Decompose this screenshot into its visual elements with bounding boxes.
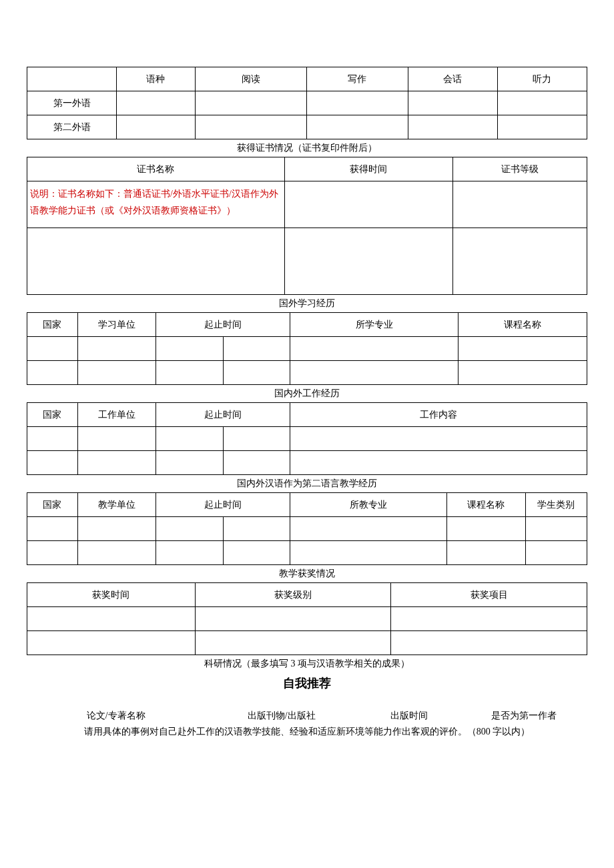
table-row — [27, 337, 587, 361]
teach-header-major: 所教专业 — [290, 493, 447, 517]
work-header-period: 起止时间 — [156, 403, 290, 427]
work-exp-title: 国内外工作经历 — [27, 385, 587, 402]
table-row: 第一外语 — [27, 91, 587, 115]
lang-header-type: 语种 — [117, 67, 195, 91]
award-header-level: 获奖级别 — [195, 583, 391, 607]
teach-exp-table: 国家 教学单位 起止时间 所教专业 课程名称 学生类别 — [27, 492, 587, 565]
cert-note: 说明：证书名称如下：普通话证书/外语水平证书/汉语作为外语教学能力证书（或《对外… — [27, 181, 285, 228]
research-header-name: 论文/专著名称 — [27, 710, 205, 722]
study-header-period: 起止时间 — [156, 313, 290, 337]
study-header-major: 所学专业 — [290, 313, 458, 337]
award-header-date: 获奖时间 — [27, 583, 196, 607]
table-row — [27, 631, 587, 655]
teach-header-course: 课程名称 — [447, 493, 525, 517]
research-headers-row: 论文/专著名称 出版刊物/出版社 出版时间 是否为第一作者 — [27, 707, 587, 725]
research-header-pub: 出版刊物/出版社 — [205, 710, 358, 722]
teach-header-period: 起止时间 — [156, 493, 290, 517]
lang-header-write: 写作 — [307, 67, 408, 91]
awards-title: 教学获奖情况 — [27, 565, 587, 582]
cert-header-date: 获得时间 — [284, 157, 452, 181]
table-row — [27, 607, 587, 631]
certificates-table: 证书名称 获得时间 证书等级 说明：证书名称如下：普通话证书/外语水平证书/汉语… — [27, 157, 587, 295]
lang-header-listen: 听力 — [497, 67, 587, 91]
second-lang-label: 第二外语 — [27, 115, 117, 139]
table-row — [27, 541, 587, 565]
teach-header-unit: 教学单位 — [77, 493, 156, 517]
cert-section-title: 获得证书情况（证书复印件附后） — [27, 139, 587, 157]
work-header-content: 工作内容 — [290, 403, 587, 427]
study-header-course: 课程名称 — [458, 313, 587, 337]
self-rec-title: 自我推荐 — [27, 673, 587, 694]
table-row — [27, 451, 587, 475]
table-row — [27, 517, 587, 541]
lang-header-speak: 会话 — [408, 67, 497, 91]
table-row — [27, 361, 587, 385]
research-title: 科研情况（最多填写 3 项与汉语教学相关的成果） — [27, 655, 587, 673]
study-header-unit: 学习单位 — [77, 313, 156, 337]
lang-header-read: 阅读 — [195, 67, 307, 91]
teach-exp-title: 国内外汉语作为第二语言教学经历 — [27, 475, 587, 492]
study-header-country: 国家 — [27, 313, 78, 337]
work-exp-table: 国家 工作单位 起止时间 工作内容 — [27, 402, 587, 475]
self-rec-instruction: 请用具体的事例对自己赴外工作的汉语教学技能、经验和适应新环境等能力作出客观的评价… — [27, 725, 587, 739]
work-header-country: 国家 — [27, 403, 78, 427]
study-abroad-table: 国家 学习单位 起止时间 所学专业 课程名称 — [27, 312, 587, 385]
study-abroad-title: 国外学习经历 — [27, 295, 587, 312]
first-lang-label: 第一外语 — [27, 91, 117, 115]
cert-header-level: 证书等级 — [452, 157, 587, 181]
research-header-first: 是否为第一作者 — [460, 710, 587, 722]
awards-table: 获奖时间 获奖级别 获奖项目 — [27, 582, 587, 655]
award-header-item: 获奖项目 — [391, 583, 587, 607]
teach-header-student: 学生类别 — [525, 493, 587, 517]
table-row: 第二外语 — [27, 115, 587, 139]
cert-header-name: 证书名称 — [27, 157, 285, 181]
table-row — [27, 427, 587, 451]
language-skills-table: 语种 阅读 写作 会话 听力 第一外语 第二外语 — [27, 67, 587, 139]
research-header-date: 出版时间 — [358, 710, 460, 722]
work-header-unit: 工作单位 — [77, 403, 156, 427]
teach-header-country: 国家 — [27, 493, 78, 517]
